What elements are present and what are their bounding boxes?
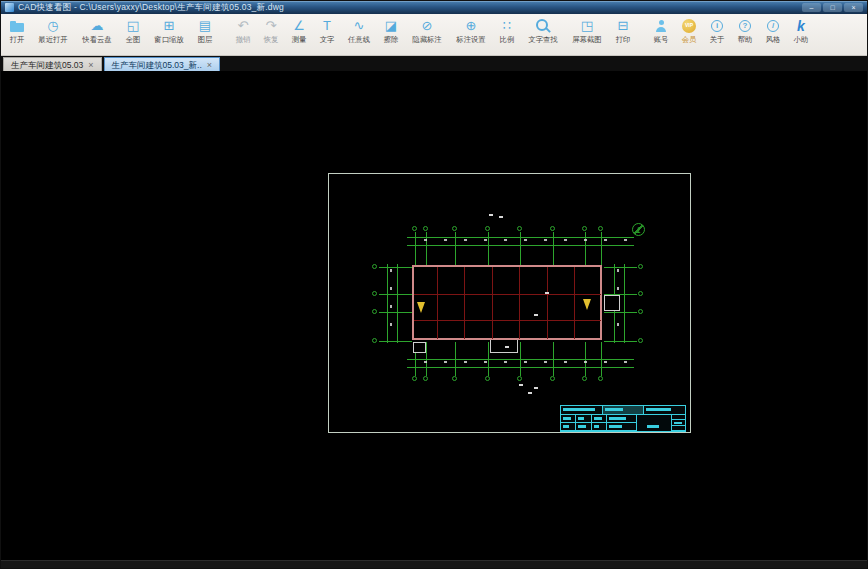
side-box-outline: [413, 342, 426, 353]
drawing-canvas[interactable]: 1: [1, 71, 867, 561]
vip-button[interactable]: VIP会员: [675, 16, 703, 47]
dimension-ticks: [390, 266, 392, 341]
title-block-cell: [561, 415, 576, 423]
layers-button[interactable]: ▤图层: [191, 16, 219, 47]
redo-button: ↷恢复: [257, 16, 285, 47]
axis-bubble: [372, 309, 377, 314]
dimension-line: [624, 264, 625, 343]
axis-bubble: [517, 226, 522, 231]
assistant-button[interactable]: k小助: [787, 16, 815, 47]
axis-line: [604, 267, 637, 268]
question-circle-icon: ?: [737, 17, 753, 34]
window-zoom-label: 窗口缩放: [154, 35, 183, 45]
freehand-line-label: 任意线: [348, 35, 370, 45]
hide-annotation-button[interactable]: ⊘隐藏标注: [405, 16, 449, 47]
title-block-cell: [576, 423, 591, 431]
eraser-icon: ◪: [383, 17, 399, 34]
dimension-line: [407, 367, 634, 368]
full-view-button[interactable]: ◱全图: [119, 16, 147, 47]
tab-close-icon[interactable]: ×: [207, 61, 212, 70]
title-block-grid: [561, 415, 607, 431]
assistant-label: 小助: [794, 35, 809, 45]
axis-bubble: [598, 226, 603, 231]
dimension-text-mark: [534, 314, 538, 316]
window-zoom-icon: ⊞: [161, 17, 177, 34]
recent-open-button[interactable]: ◷最近打开: [31, 16, 75, 47]
stair-arrow: [417, 302, 425, 313]
dimension-text-mark: [545, 292, 549, 294]
scale-ratio-label: 比例: [500, 35, 515, 45]
entrance-porch-outline: [490, 340, 518, 353]
axis-bubble: [517, 376, 522, 381]
hide-annotation-icon: ⊘: [419, 17, 435, 34]
measure-label: 测量: [292, 35, 307, 45]
text-label: 文字: [320, 35, 335, 45]
maximize-button[interactable]: □: [823, 3, 842, 12]
dimension-line: [407, 237, 634, 238]
axis-bubble: [372, 338, 377, 343]
dimension-text-mark: [489, 214, 493, 216]
axis-line: [604, 312, 637, 313]
axis-bubble: [412, 376, 417, 381]
erase-label: 擦除: [384, 35, 399, 45]
printer-icon: ⊟: [615, 17, 631, 34]
close-button[interactable]: ×: [844, 3, 863, 12]
axis-bubble: [485, 376, 490, 381]
window-titlebar: CAD快速看图 - C:\Users\yaxxy\Desktop\生产车间建筑0…: [1, 1, 867, 14]
find-text-button[interactable]: 文字查找: [521, 16, 565, 47]
info-circle-icon: i: [709, 17, 725, 34]
axis-line: [604, 341, 637, 342]
redo-icon: ↷: [263, 17, 279, 34]
help-button[interactable]: ?帮助: [731, 16, 759, 47]
text-icon: T: [319, 17, 335, 34]
erase-button[interactable]: ◪擦除: [377, 16, 405, 47]
dimension-text-mark: [505, 346, 509, 348]
annotation-settings-icon: ⊕: [463, 17, 479, 34]
axis-bubble: [582, 226, 587, 231]
folder-open-icon: [9, 17, 25, 34]
undo-label: 撤销: [236, 35, 251, 45]
measure-button[interactable]: ∠测量: [285, 16, 313, 47]
dimension-text-mark: [534, 387, 538, 389]
account-button[interactable]: 账号: [647, 16, 675, 47]
about-button[interactable]: i关于: [703, 16, 731, 47]
screenshot-label: 屏幕截图: [572, 35, 601, 45]
print-button[interactable]: ⊟打印: [609, 16, 637, 47]
axis-line: [379, 294, 412, 295]
axis-bubble: [582, 376, 587, 381]
drawing-frame: 1: [328, 173, 691, 433]
title-block-cell: [561, 406, 603, 414]
clock-icon: ◷: [45, 17, 61, 34]
axis-bubble: [423, 376, 428, 381]
scale-ratio-button[interactable]: ∷比例: [493, 16, 521, 47]
column-grid-line: [519, 267, 520, 339]
axis-bubble: [485, 226, 490, 231]
axis-line: [379, 341, 412, 342]
axis-bubble: [372, 291, 377, 296]
style-button[interactable]: /风格: [759, 16, 787, 47]
minimize-button[interactable]: –: [802, 3, 821, 12]
screenshot-button[interactable]: ◳屏幕截图: [565, 16, 609, 47]
scale-ratio-icon: ∷: [499, 17, 515, 34]
axis-bubble: [638, 338, 643, 343]
axis-bubble: [638, 264, 643, 269]
tab-close-icon[interactable]: ×: [88, 61, 93, 70]
style-label: 风格: [766, 35, 781, 45]
window-zoom-button[interactable]: ⊞窗口缩放: [147, 16, 191, 47]
cloud-icon: ☁: [89, 17, 105, 34]
dimension-ticks: [407, 239, 634, 241]
freehand-line-button[interactable]: ∿任意线: [341, 16, 377, 47]
cloud-drive-button[interactable]: ☁快看云盘: [75, 16, 119, 47]
title-block-cell: [672, 426, 685, 431]
text-button[interactable]: T文字: [313, 16, 341, 47]
annotation-settings-button[interactable]: ⊕标注设置: [449, 16, 493, 47]
column-grid-line: [547, 267, 548, 339]
search-text-icon: [535, 17, 551, 34]
dimension-line: [407, 359, 634, 360]
open-button[interactable]: 打开: [3, 16, 31, 47]
column-grid-line: [574, 267, 575, 339]
account-label: 账号: [654, 35, 669, 45]
tab-label: 生产车间建筑05.03: [11, 60, 83, 72]
dimension-line: [397, 264, 398, 343]
layers-label: 图层: [198, 35, 213, 45]
